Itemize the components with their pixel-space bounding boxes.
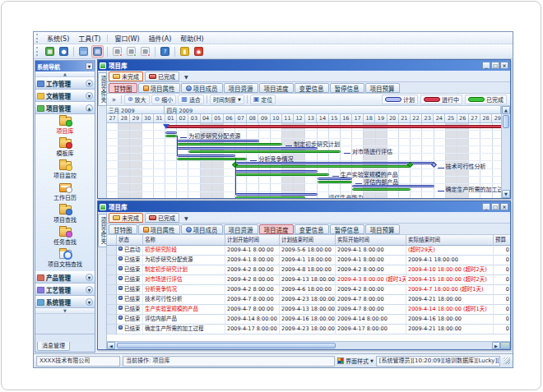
view-tab-pauses[interactable]: 暂停信息 xyxy=(330,224,364,234)
minimize-button[interactable]: _ xyxy=(482,203,490,210)
save-button[interactable]: ▤ xyxy=(91,45,104,58)
zoom-in-button[interactable]: ⊕放大 xyxy=(124,95,150,104)
view-tab-resources[interactable]: 项目资源 xyxy=(224,224,258,234)
row-selector[interactable] xyxy=(107,305,117,315)
column-header-1[interactable]: 名称 xyxy=(143,235,225,246)
export-doc-button[interactable]: ▤ xyxy=(111,45,123,58)
vertical-scroll-thumb[interactable] xyxy=(503,115,509,128)
scroll-right-icon[interactable]: ▶ xyxy=(492,342,500,349)
overflow-button[interactable]: » xyxy=(109,96,118,104)
sidebar-item-template-library[interactable]: 模板库 xyxy=(35,137,95,159)
row-selector[interactable] xyxy=(107,246,117,256)
actual-bar[interactable] xyxy=(165,135,177,137)
actual-bar[interactable] xyxy=(318,181,353,183)
tab-project-folders[interactable]: 项目文件夹 xyxy=(98,72,107,106)
view-tab-gantt[interactable]: 甘特图 xyxy=(109,83,137,93)
actual-bar[interactable] xyxy=(235,196,305,198)
column-header-0[interactable]: 状态 xyxy=(117,235,143,246)
plan-bar[interactable] xyxy=(165,131,177,134)
menu-item-3[interactable]: 插件(A) xyxy=(145,34,176,43)
row-selector[interactable] xyxy=(107,295,117,305)
new-folder-button[interactable]: ▭ xyxy=(77,45,90,58)
view-tab-attributes[interactable]: 项目属性 xyxy=(138,224,180,234)
import-doc-button[interactable]: ▤ xyxy=(125,45,137,58)
exit-button[interactable]: ◉ xyxy=(193,45,205,58)
desktop-button[interactable]: ▦ xyxy=(44,45,56,58)
sidebar-group-doc-mgmt[interactable]: 文档管理▼ xyxy=(35,90,95,102)
view-tab-members[interactable]: 项目成员 xyxy=(181,224,223,234)
row-selector[interactable] xyxy=(107,275,117,285)
filter-tab-unfinished[interactable]: 未完成 xyxy=(109,71,143,81)
scroll-down-icon[interactable]: ▼ xyxy=(502,190,510,198)
horizontal-scroll-track[interactable] xyxy=(115,342,492,349)
row-selector[interactable] xyxy=(107,265,117,275)
zoom-out-button[interactable]: ⊖缩小 xyxy=(151,95,177,104)
column-header-5[interactable]: 实际结束时间 xyxy=(406,235,494,246)
sidebar-item-project-search[interactable]: 项目查找 xyxy=(35,204,95,226)
chevron-down-icon[interactable]: ▼ xyxy=(86,92,93,99)
chevron-up-icon[interactable]: ▲ xyxy=(86,104,93,112)
sidebar-item-task-search[interactable]: 任务查找 xyxy=(35,226,95,248)
minimize-button[interactable]: _ xyxy=(482,62,490,69)
plan-bar[interactable] xyxy=(318,178,353,180)
table-row[interactable]: 已结束技术可行性分析2009-4-7 8:00:002009-4-23 18:0… xyxy=(107,295,510,305)
view-tab-pauses[interactable]: 暂停信息 xyxy=(330,83,364,93)
row-selector[interactable] xyxy=(107,325,117,334)
sidebar-item-project-monitor[interactable]: 项目监控 xyxy=(35,159,95,182)
menu-grip-handle[interactable] xyxy=(36,34,39,43)
delete-doc-button[interactable]: ▤ xyxy=(139,45,151,58)
plan-bar[interactable] xyxy=(177,154,235,157)
actual-bar[interactable] xyxy=(235,165,411,168)
chevron-down-icon[interactable]: ▼ xyxy=(184,215,188,221)
table-row[interactable]: 已结束对市场进行评估2009-4-2 8:00:002009-4-13 18:0… xyxy=(107,275,510,285)
plan-bar[interactable] xyxy=(352,185,434,187)
sidebar-item-project-doc-search[interactable]: 项目文档查找 xyxy=(35,248,95,270)
filter-tab-finished[interactable]: 已完成 xyxy=(145,213,179,223)
table-row[interactable]: 已启动初步研究阶段2009-4-1 8:00:002009-5-6 18:00:… xyxy=(107,246,510,256)
time-scale-button[interactable]: 时间刻度▼ xyxy=(210,95,244,104)
toolbar-grip-handle[interactable] xyxy=(36,47,39,56)
view-tab-members[interactable]: 项目成员 xyxy=(181,83,223,93)
sidebar-group-craft-mgmt[interactable]: 工艺管理▼ xyxy=(35,284,95,296)
table-row[interactable]: 已结束制定初步研究计划2009-4-2 8:00:002009-4-8 18:0… xyxy=(107,265,510,275)
sidebar-scroll-up-icon[interactable]: ▲ xyxy=(35,71,95,77)
sidebar-item-work-calendar[interactable]: 工作日历 xyxy=(35,182,95,204)
scroll-left-icon[interactable]: ◀ xyxy=(107,342,115,349)
plan-bar[interactable] xyxy=(235,162,434,164)
sidebar-group-work-mgmt[interactable]: 工作管理▼ xyxy=(35,77,95,90)
row-selector[interactable] xyxy=(107,315,117,325)
view-tab-gantt[interactable]: 甘特图 xyxy=(109,224,137,234)
actual-bar[interactable] xyxy=(188,150,341,153)
table-row[interactable]: 已结束分析竞争情况2009-4-2 8:00:002009-4-6 18:00:… xyxy=(107,285,510,295)
table-row[interactable]: 已结束为初步研究分配资源2009-4-1 8:00:002009-4-1 18:… xyxy=(107,256,510,265)
sidebar-scroll-down-icon[interactable]: ▼ xyxy=(35,308,95,314)
sidebar-group-system-mgmt[interactable]: 系统管理▼ xyxy=(35,296,95,308)
vertical-scroll-track[interactable] xyxy=(502,129,510,190)
actual-bar[interactable] xyxy=(352,188,411,191)
scroll-up-icon[interactable]: ▲ xyxy=(502,106,510,114)
view-tab-changes[interactable]: 变更信息 xyxy=(295,224,329,234)
table-row[interactable]: 已结束确定生产所需的加工过程2009-4-17 8:00:002009-4-23… xyxy=(107,325,510,334)
horizontal-scroll-thumb[interactable] xyxy=(117,343,336,348)
view-tab-budget[interactable]: 项目预算 xyxy=(365,224,400,234)
help-button[interactable]: ? xyxy=(159,45,171,58)
plan-bar[interactable] xyxy=(235,170,317,173)
resize-grip[interactable] xyxy=(504,357,510,364)
locate-button[interactable]: ▣定位 xyxy=(250,95,276,104)
plan-bar[interactable] xyxy=(177,140,258,142)
sidebar-group-product-mgmt[interactable]: 产品管理▼ xyxy=(35,271,95,284)
menu-item-1[interactable]: 工具(T) xyxy=(74,34,104,43)
pin-icon[interactable]: ▼ xyxy=(86,62,93,70)
actual-bar[interactable] xyxy=(235,173,329,176)
plan-bar[interactable] xyxy=(235,193,317,196)
globe-button[interactable]: ● xyxy=(58,45,70,58)
gantt-window-titlebar[interactable]: 项目库 _ □ × xyxy=(98,60,510,71)
menu-item-0[interactable]: 系统(S) xyxy=(43,34,73,43)
table-row[interactable]: 已结束生产实验室规模的产品2009-4-7 8:00:002009-4-13 1… xyxy=(107,305,510,315)
chevron-down-icon[interactable]: ▼ xyxy=(86,286,93,293)
view-tab-progress[interactable]: 项目进度 xyxy=(259,83,294,93)
style-button[interactable]: 界面样式 ▼ xyxy=(337,357,374,365)
chevron-down-icon[interactable]: ▼ xyxy=(86,80,93,87)
column-header-2[interactable]: 计划开始时间 xyxy=(225,235,280,246)
chevron-down-icon[interactable]: ▼ xyxy=(86,298,93,306)
